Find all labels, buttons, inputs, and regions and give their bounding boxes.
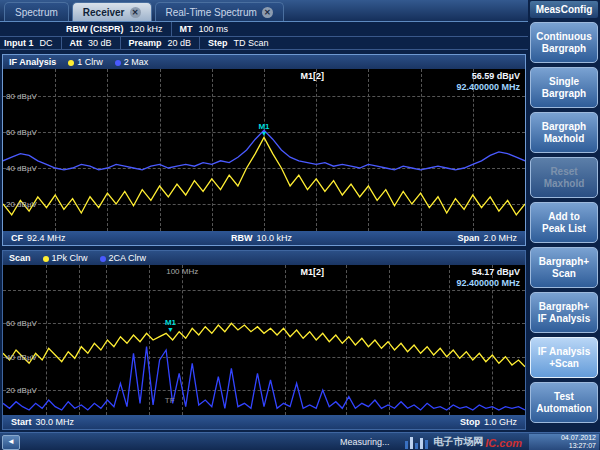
tab-bar: Spectrum Receiver ✕ Real-Time Spectrum ✕… [0,0,600,22]
marker-frequency: 92.400000 MHz [456,278,520,289]
preamp-setting[interactable]: Preamp20 dB [129,38,192,48]
y-axis-label: 80 dBµV [6,92,37,101]
legend-label: 2 Max [124,57,149,67]
preamp-label: Preamp [129,38,162,48]
date-time-display: 04.07.2012 13:27:07 [529,434,599,450]
marker-triangle-icon: ▼ [165,326,176,333]
yellow-trace-dot-icon [43,256,49,262]
if-analysis-plot[interactable]: 80 dBµV60 dBµV40 dBµV20 dBµV M1[2] 56.59… [3,69,525,231]
softkey-add-to-peak-list[interactable]: Add to Peak List [530,202,598,243]
legend-label: 1 Clrw [77,57,103,67]
close-icon[interactable]: ✕ [262,7,273,18]
trace1-legend[interactable]: 1 Clrw [68,57,103,67]
divider [171,22,172,36]
softkey-continuous-bargraph[interactable]: Continuous Bargraph [530,22,598,63]
settings-row-1: RBW (CISPR)120 kHz MT100 ms [0,22,528,36]
mt-setting[interactable]: MT100 ms [180,24,229,34]
input-setting[interactable]: Input 1DC [4,38,53,48]
softkey-bargraph-if-analysis[interactable]: Bargraph+ IF Analysis [530,292,598,333]
if-analysis-window[interactable]: IF Analysis 1 Clrw 2 Max 80 dBµV60 dBµV4… [2,54,526,246]
scan-window-footer: Start30.0 MHz Stop1.0 GHz [3,415,525,429]
close-icon[interactable]: ✕ [130,7,141,18]
mt-value: 100 ms [199,24,229,34]
back-arrow-button[interactable]: ◄ [2,435,20,450]
cf-readout[interactable]: CF92.4 MHz [11,233,66,243]
trace2-legend[interactable]: 2 Max [115,57,149,67]
y-axis-label: 60 dBµV [6,319,37,328]
yellow-trace-dot-icon [68,60,74,66]
rbw-value: 120 kHz [130,24,163,34]
input-label: Input 1 [4,38,34,48]
y-axis-label: 20 dBµV [6,200,37,209]
watermark-logo-text: IC.com [485,437,522,449]
softkey-test-automation[interactable]: Test Automation [530,382,598,423]
rbw-readout[interactable]: RBW10.0 kHz [231,233,292,243]
scan-trace-svg [3,265,525,415]
marker-m1-label: M1 [165,319,176,326]
watermark-bar [410,437,413,449]
softkey-bargraph-scan[interactable]: Bargraph+ Scan [530,247,598,288]
if-window-footer: CF92.4 MHz RBW10.0 kHz Span2.0 MHz [3,231,525,245]
softkey-if-analysis-scan[interactable]: IF Analysis +Scan [530,337,598,378]
scan-plot[interactable]: 60 dBµV40 dBµV20 dBµV 100 MHz TF M1[2] 5… [3,265,525,415]
trace1-legend[interactable]: 1Pk Clrw [43,253,88,263]
divider [61,37,62,49]
softkey-single-bargraph[interactable]: Single Bargraph [530,67,598,108]
tab-realtime-spectrum[interactable]: Real-Time Spectrum ✕ [155,2,284,21]
marker-readout-values: 56.59 dBµV 92.400000 MHz [456,71,520,93]
att-label: Att [70,38,83,48]
softkey-reset-maxhold: Reset Maxhold [530,157,598,198]
step-value: TD Scan [234,38,269,48]
tab-label: Spectrum [15,7,58,18]
x-gridline-label: 100 MHz [166,267,198,276]
measuring-status: Measuring... [340,437,390,447]
watermark-bar [425,440,428,449]
marker-m1-label: M1 [258,123,269,130]
marker-m1[interactable]: M1 ▼ [165,319,176,333]
tab-receiver[interactable]: Receiver ✕ [72,2,152,21]
blue-trace-dot-icon [100,256,106,262]
marker-level: 56.59 dBµV [456,71,520,82]
tab-spectrum[interactable]: Spectrum [4,2,69,21]
blue-trace-dot-icon [115,60,121,66]
start-readout[interactable]: Start30.0 MHz [11,417,74,427]
scan-window[interactable]: Scan 1Pk Clrw 2CA Clrw 60 dBµV40 dBµV20 … [2,250,526,430]
marker-readout-name: M1[2] [301,267,325,277]
if-window-header: IF Analysis 1 Clrw 2 Max [3,55,525,69]
scan-window-header: Scan 1Pk Clrw 2CA Clrw [3,251,525,265]
status-bar: ◄ Measuring... 电子市场网 IC.com 04.07.2012 1… [0,432,600,450]
softkey-menu: MeasConfig Continuous Bargraph Single Ba… [528,0,600,432]
y-axis-label: 20 dBµV [6,386,37,395]
instrument-screen: Spectrum Receiver ✕ Real-Time Spectrum ✕… [0,0,600,450]
span-readout[interactable]: Span2.0 MHz [457,233,517,243]
softkey-bargraph-maxhold[interactable]: Bargraph Maxhold [530,112,598,153]
step-setting[interactable]: StepTD Scan [208,38,269,48]
marker-m1[interactable]: M1 ▼ [258,123,269,137]
watermark: 电子市场网 IC.com [405,435,522,449]
trace2-legend[interactable]: 2CA Clrw [100,253,147,263]
att-value: 30 dB [88,38,112,48]
date: 04.07.2012 [532,434,596,442]
tab-label: Receiver [83,7,125,18]
marker-readout-values: 54.17 dBµV 92.400000 MHz [456,267,520,289]
preamp-value: 20 dB [168,38,192,48]
window-title: IF Analysis [9,57,56,67]
time: 13:27:07 [532,442,596,450]
att-setting[interactable]: Att30 dB [70,38,112,48]
rbw-setting[interactable]: RBW (CISPR)120 kHz [66,24,163,34]
settings-row-2: Input 1DC Att30 dB Preamp20 dB StepTD Sc… [0,36,528,50]
divider [199,37,200,49]
divider [120,37,121,49]
if-trace-svg [3,69,525,231]
rbw-label: RBW (CISPR) [66,24,124,34]
marker-readout-name: M1[2] [301,71,325,81]
window-title: Scan [9,253,31,263]
step-label: Step [208,38,228,48]
legend-label: 1Pk Clrw [52,253,88,263]
watermark-bar [420,438,423,449]
marker-frequency: 92.400000 MHz [456,82,520,93]
legend-label: 2CA Clrw [109,253,147,263]
tab-label: Real-Time Spectrum [166,7,257,18]
stop-readout[interactable]: Stop1.0 GHz [460,417,517,427]
watermark-bar [415,443,418,449]
